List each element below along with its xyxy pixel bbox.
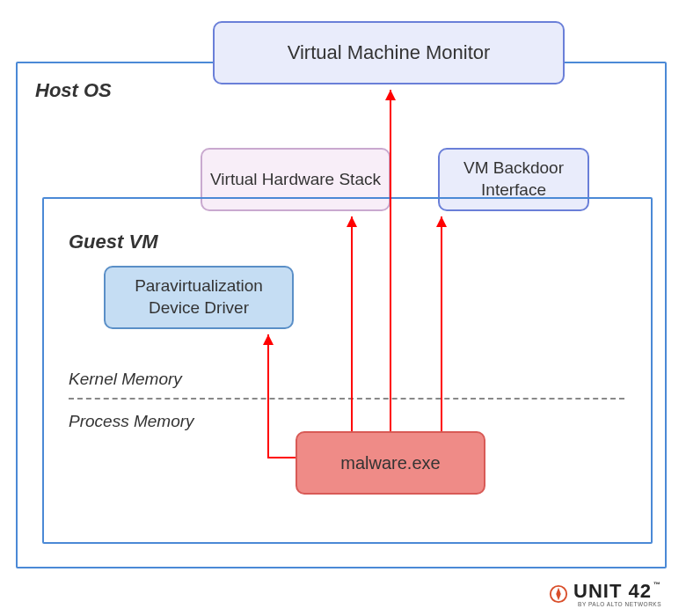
guest-vm-label: Guest VM (69, 231, 157, 253)
pvdd-text: Paravirtualization Device Driver (113, 275, 285, 319)
process-memory-label: Process Memory (69, 412, 194, 431)
virtual-machine-monitor-box: Virtual Machine Monitor (213, 21, 565, 84)
branding-tagline: BY PALO ALTO NETWORKS (573, 601, 661, 607)
branding-text-group: UNIT 42 ™ BY PALO ALTO NETWORKS (573, 580, 661, 607)
diagram-canvas: Host OS Virtual Machine Monitor Virtual … (0, 0, 686, 616)
vmm-text: Virtual Machine Monitor (288, 40, 491, 66)
vmbi-text: VM Backdoor Interface (447, 158, 580, 201)
kernel-memory-label: Kernel Memory (69, 370, 182, 389)
malware-text: malware.exe (340, 451, 440, 474)
branding-name: UNIT 42 ™ (573, 580, 661, 603)
trademark-icon: ™ (653, 581, 661, 589)
vhs-text: Virtual Hardware Stack (210, 169, 381, 191)
memory-divider (69, 398, 624, 400)
branding-name-text: UNIT 42 (573, 580, 652, 603)
host-os-label: Host OS (35, 79, 112, 102)
malware-box: malware.exe (296, 431, 485, 495)
branding-logo: UNIT 42 ™ BY PALO ALTO NETWORKS (549, 580, 661, 607)
paravirtualization-device-driver-box: Paravirtualization Device Driver (104, 266, 294, 329)
compass-icon (549, 584, 568, 604)
